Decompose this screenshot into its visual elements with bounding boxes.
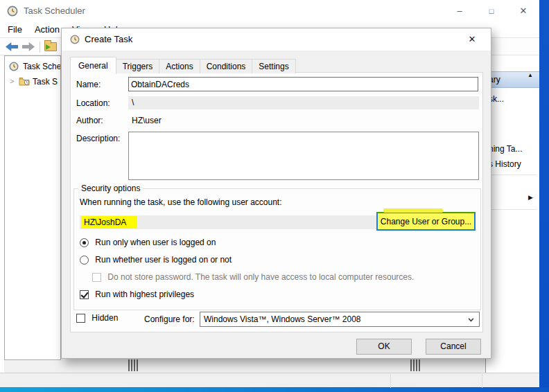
cancel-button[interactable]: Cancel xyxy=(426,339,481,355)
location-label: Location: xyxy=(76,98,110,108)
radio-run-any-label: Run whether user is logged on or not xyxy=(95,255,232,265)
folder-clock-icon xyxy=(19,77,30,88)
configure-for-label: Configure for: xyxy=(144,314,195,324)
tab-conditions[interactable]: Conditions xyxy=(200,59,253,73)
collapse-pane-icon[interactable]: ▲ xyxy=(528,72,533,78)
configure-for-dropdown[interactable]: Windows Vista™, Windows Server™ 2008 xyxy=(200,312,480,327)
hidden-label: Hidden xyxy=(92,313,118,323)
checkbox-disabled-icon xyxy=(92,273,101,282)
account-hint-text: When running the task, use the following… xyxy=(80,197,282,207)
chevron-right-icon[interactable]: > xyxy=(10,77,14,85)
window-title: Task Scheduler xyxy=(24,0,85,22)
submenu-arrow-icon[interactable]: ▶ xyxy=(528,194,533,201)
status-bar-separator xyxy=(482,374,482,388)
show-console-tree-folder-icon[interactable] xyxy=(44,42,57,51)
checkbox-no-password-row: Do not store password. The task will onl… xyxy=(92,272,414,283)
task-scheduler-clock-icon xyxy=(7,6,18,19)
name-label: Name: xyxy=(76,80,101,89)
author-label: Author: xyxy=(76,116,103,125)
actions-pane-item[interactable]: ning Ta... xyxy=(489,144,522,154)
checkbox-highest-privileges-label: Run with highest privileges xyxy=(95,289,194,299)
radio-run-logged-on-row[interactable]: Run only when user is logged on xyxy=(80,238,216,249)
create-task-dialog: Create Task ✕ General Triggers Actions C… xyxy=(61,28,491,359)
security-options-legend: Security options xyxy=(78,184,143,193)
back-arrow-icon[interactable] xyxy=(6,42,18,51)
chevron-down-icon xyxy=(469,317,474,322)
checkbox-no-password-label: Do not store password. The task will onl… xyxy=(107,272,414,282)
console-tree-panel: Task Sche > Task S xyxy=(4,55,61,360)
dialog-title: Create Task xyxy=(85,28,132,51)
dialog-close-icon[interactable]: ✕ xyxy=(459,28,485,50)
tab-settings[interactable]: Settings xyxy=(252,59,295,73)
checkbox-highest-privileges-row[interactable]: Run with highest privileges xyxy=(80,289,194,301)
name-input[interactable] xyxy=(128,77,478,91)
forward-arrow-icon[interactable] xyxy=(22,42,35,51)
checkbox-unchecked-icon[interactable] xyxy=(76,314,85,323)
tab-general[interactable]: General xyxy=(70,57,116,74)
window-titlebar[interactable]: Task Scheduler – □ ✕ xyxy=(0,0,539,22)
general-tab-page: Name: Location: \ Author: HZ\user Descri… xyxy=(70,72,483,332)
minimize-button-icon[interactable]: – xyxy=(444,0,476,22)
desktop-edge-right xyxy=(539,0,549,392)
actions-pane-separator xyxy=(488,175,537,175)
screen: Task Scheduler – □ ✕ File Action View He… xyxy=(0,0,549,392)
radio-selected-icon[interactable] xyxy=(80,238,89,247)
tab-triggers[interactable]: Triggers xyxy=(116,59,160,73)
create-task-clock-icon xyxy=(70,35,80,46)
tab-actions[interactable]: Actions xyxy=(159,59,200,73)
actions-pane: ary ▲ sk... ning Ta... s History ▶ xyxy=(485,55,539,373)
change-user-or-group-button[interactable]: Change User or Group... xyxy=(376,212,476,231)
highlighter-streak xyxy=(383,208,443,213)
status-bar xyxy=(0,373,539,387)
tree-item-label: Task S xyxy=(33,77,58,87)
security-options-group: Security options When running the task, … xyxy=(73,188,481,310)
checkbox-checked-icon[interactable] xyxy=(80,290,89,299)
user-account-field: HZ\JoshDA xyxy=(80,215,376,229)
user-account-value-highlighted: HZ\JoshDA xyxy=(81,216,137,229)
tree-item-task-scheduler-root[interactable]: Task Sche xyxy=(5,60,61,74)
description-label: Description: xyxy=(76,134,120,143)
author-value: HZ\user xyxy=(132,116,162,125)
toolbar-separator xyxy=(40,42,40,53)
tree-item-label: Task Sche xyxy=(23,62,61,71)
actions-pane-item[interactable]: s History xyxy=(489,159,521,169)
status-bar-separator xyxy=(390,374,391,388)
splitter-grip[interactable] xyxy=(128,359,138,371)
maximize-button-icon[interactable]: □ xyxy=(476,0,507,22)
configure-for-value: Windows Vista™, Windows Server™ 2008 xyxy=(204,314,361,324)
close-button-icon[interactable]: ✕ xyxy=(507,0,539,22)
checkbox-hidden-row[interactable]: Hidden xyxy=(76,313,118,324)
clock-icon xyxy=(9,62,19,73)
radio-run-any-row[interactable]: Run whether user is logged on or not xyxy=(80,255,232,266)
dialog-tabs: General Triggers Actions Conditions Sett… xyxy=(70,57,295,73)
description-textarea[interactable] xyxy=(128,132,479,180)
desktop-edge-bottom xyxy=(0,387,549,392)
ok-button[interactable]: OK xyxy=(356,339,412,355)
dialog-titlebar[interactable]: Create Task ✕ xyxy=(62,28,491,51)
menu-file[interactable]: File xyxy=(1,22,28,37)
location-value: \ xyxy=(128,96,479,109)
actions-pane-separator xyxy=(488,209,537,210)
radio-unselected-icon[interactable] xyxy=(80,256,89,265)
menu-action[interactable]: Action xyxy=(28,22,66,37)
splitter-grip[interactable] xyxy=(410,359,420,371)
radio-run-logged-on-label: Run only when user is logged on xyxy=(95,238,216,247)
tree-item-task-scheduler-library[interactable]: > Task S xyxy=(5,75,61,89)
